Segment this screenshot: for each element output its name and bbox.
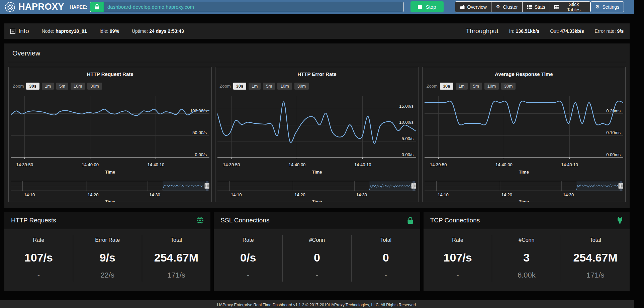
navigator-handle[interactable] (621, 183, 623, 189)
ssl-connections-card: SSL Connections Rate 0/s - #Conn 0 - (214, 212, 420, 291)
navigator-handle-grip[interactable] (414, 183, 416, 189)
navigator-handle-grip[interactable] (207, 183, 209, 189)
stop-icon (418, 5, 422, 9)
x-axis-labels: 14:39:5014:40:0014:40:10 (425, 162, 623, 168)
zoom-30s-button[interactable]: 30s (26, 83, 39, 90)
navigator-handle[interactable] (207, 183, 209, 189)
table-icon (554, 5, 559, 9)
zoom-5m-button[interactable]: 5m (470, 83, 482, 90)
zoom-5m-button[interactable]: 5m (263, 83, 275, 90)
brand: HAPROXY (5, 2, 64, 12)
cluster-button[interactable]: ⚙ Cluster (491, 2, 522, 12)
navigator-tick-label: 14:30 (356, 192, 367, 197)
conn-column: #Conn 0 - (282, 235, 351, 282)
zoom-30s-button[interactable]: 30s (440, 83, 453, 90)
metric-label: Total (352, 237, 420, 243)
node-value: haproxy18_01 (56, 28, 87, 34)
stop-button[interactable]: Stop (410, 1, 444, 12)
zoom-range-selector: Zoom 30s 1m 5m 10m 30m (13, 83, 102, 90)
zoom-30m-button[interactable]: 30m (87, 83, 102, 90)
charts-row: HTTP Request Rate Zoom 30s 1m 5m 10m 30m… (8, 67, 626, 202)
metric-value: 254.67M (142, 251, 211, 264)
metric-value: 0/s (214, 251, 282, 264)
metric-sub-value: - (283, 271, 351, 280)
zoom-30s-button[interactable]: 30s (233, 83, 247, 90)
chart-navigator[interactable] (11, 181, 209, 191)
stick-tables-button[interactable]: Stick Tables (550, 2, 590, 12)
navigator-handle[interactable] (205, 183, 207, 189)
hapee-url-input[interactable] (104, 2, 404, 12)
uptime-field: Uptime:24 days 2:53:43 (132, 28, 184, 34)
idle-value: 99% (110, 28, 119, 34)
chart-plot[interactable]: 0.00/s5.00/s10.00/s15.00/s (217, 94, 416, 161)
idle-field: Idle:99% (99, 28, 119, 34)
chart-navigator[interactable] (425, 181, 623, 191)
globe-icon (196, 217, 204, 224)
metric-value: 0 (352, 251, 420, 264)
navigator-axis-title: Time (423, 199, 625, 202)
cluster-button-label: Cluster (503, 4, 518, 10)
navigator-axis-labels: 14:1014:2014:30 (425, 192, 623, 198)
gear-icon: ⚙ (595, 4, 600, 9)
uptime-label: Uptime: (132, 28, 148, 34)
x-axis-labels: 14:39:5014:40:0014:40:10 (11, 162, 209, 168)
card-header: HTTP Requests (4, 212, 210, 229)
footer: HAProxy Enterprise Real Time Dashboard v… (0, 300, 634, 308)
zoom-1m-button[interactable]: 1m (456, 83, 468, 90)
x-tick-label: 14:40:10 (354, 162, 371, 167)
metric-sub-value: - (214, 271, 282, 280)
navigator-handle-grip[interactable] (618, 183, 621, 189)
settings-button-label: Settings (602, 4, 619, 10)
chart-navigator[interactable] (217, 181, 416, 191)
zoom-10m-button[interactable]: 10m (484, 83, 499, 90)
lock-icon (95, 4, 99, 10)
navigator-handle[interactable] (414, 183, 416, 189)
y-tick-label: 50.00/s (192, 130, 207, 135)
zoom-5m-button[interactable]: 5m (56, 83, 68, 90)
conn-column: #Conn 3 6.00k (492, 235, 561, 282)
zoom-1m-button[interactable]: 1m (42, 83, 54, 90)
throughput-in-field: In:136.51kb/s (509, 28, 539, 34)
navigator-tick-label: 14:30 (149, 192, 160, 197)
zoom-30m-button[interactable]: 30m (294, 83, 309, 90)
zoom-10m-button[interactable]: 10m (71, 83, 85, 90)
brand-name: HAPROXY (18, 2, 64, 11)
y-tick-label: 0.00/s (195, 152, 207, 157)
info-toggle[interactable]: Info (10, 27, 29, 35)
stats-button[interactable]: Stats (522, 2, 550, 12)
settings-button[interactable]: ⚙ Settings (590, 1, 624, 12)
navigator-handle[interactable] (411, 183, 414, 189)
x-tick-label: 14:40:10 (148, 162, 165, 167)
zoom-label: Zoom (427, 84, 438, 89)
overview-button[interactable]: Overview (455, 2, 491, 12)
expand-icon (10, 29, 15, 34)
y-tick-label: 0.00ms (606, 152, 621, 157)
footer-text: HAProxy Enterprise Real Time Dashboard v… (217, 303, 417, 307)
navigator-svg (217, 181, 416, 191)
metric-label: Rate (424, 237, 492, 243)
x-axis-labels: 14:39:5014:40:0014:40:10 (217, 162, 416, 168)
zoom-10m-button[interactable]: 10m (277, 83, 292, 90)
x-tick-label: 14:40:00 (289, 162, 306, 167)
lock-button[interactable] (90, 2, 104, 12)
metric-cards-row: HTTP Requests Rate 107/s - Error Rate 9/… (4, 212, 630, 291)
info-bar: Info Node:haproxy18_01 Idle:99% Uptime:2… (4, 23, 630, 39)
navigator-handle-grip[interactable] (411, 183, 414, 189)
chart-plot[interactable]: 0.00/s50.00/s100.00/s (11, 94, 209, 161)
metric-sub-value: 171/s (561, 271, 630, 280)
navigator-handle-grip[interactable] (205, 183, 207, 189)
x-axis-title: Time (215, 170, 418, 175)
error-rate-label: Error rate: (595, 28, 616, 34)
x-axis-title: Time (423, 170, 625, 175)
navigator-handle-grip[interactable] (621, 183, 623, 189)
zoom-30m-button[interactable]: 30m (501, 83, 516, 90)
error-rate-column: Error Rate 9/s 22/s (73, 235, 142, 282)
metric-value: 107/s (4, 251, 73, 264)
zoom-1m-button[interactable]: 1m (249, 83, 261, 90)
chart-plot[interactable]: 0.00ms0.10ms0.20ms (425, 94, 623, 161)
navigator-handle[interactable] (618, 183, 621, 189)
error-rate-field: Error rate:9/s (595, 28, 624, 34)
out-value: 474.33kb/s (560, 28, 584, 34)
error-rate-value: 9/s (617, 28, 624, 34)
navigator-svg (11, 181, 209, 191)
